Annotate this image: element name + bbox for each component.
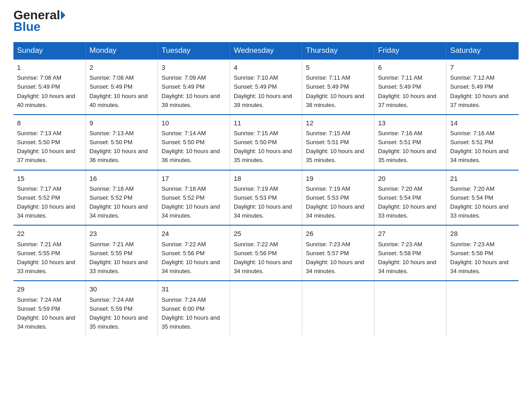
day-number: 17 [162,173,226,184]
sunrise-label: Sunrise: 7:19 AM [234,185,278,192]
daylight-label: Daylight: 10 hours and 34 minutes. [378,259,436,274]
calendar-cell: 1Sunrise: 7:08 AMSunset: 5:49 PMDaylight… [13,59,86,115]
calendar-cell: 24Sunrise: 7:22 AMSunset: 5:56 PMDayligh… [158,225,230,281]
calendar-cell [230,281,302,336]
calendar-cell: 22Sunrise: 7:21 AMSunset: 5:55 PMDayligh… [13,225,86,281]
calendar-cell: 13Sunrise: 7:16 AMSunset: 5:51 PMDayligh… [374,115,446,170]
week-row-2: 8Sunrise: 7:13 AMSunset: 5:50 PMDaylight… [13,115,519,170]
header-monday: Monday [86,42,158,59]
calendar-cell [446,281,519,336]
header-sunday: Sunday [13,42,86,59]
sunset-label: Sunset: 5:51 PM [378,139,421,146]
day-number: 11 [234,118,298,128]
sunrise-label: Sunrise: 7:23 AM [378,241,422,248]
sunset-label: Sunset: 5:49 PM [306,83,349,90]
week-row-4: 22Sunrise: 7:21 AMSunset: 5:55 PMDayligh… [13,225,519,281]
daylight-label: Daylight: 10 hours and 34 minutes. [450,148,508,163]
day-number: 27 [378,228,442,239]
sunrise-label: Sunrise: 7:24 AM [162,296,206,303]
sunset-label: Sunset: 5:59 PM [90,305,133,312]
sunset-label: Sunset: 5:58 PM [450,250,493,257]
sunset-label: Sunset: 5:56 PM [162,250,205,257]
calendar-cell: 3Sunrise: 7:09 AMSunset: 5:49 PMDaylight… [158,59,230,115]
sunrise-label: Sunrise: 7:15 AM [234,130,278,137]
sunrise-label: Sunrise: 7:15 AM [306,130,350,137]
sunset-label: Sunset: 5:54 PM [450,194,493,201]
daylight-label: Daylight: 10 hours and 33 minutes. [378,203,436,219]
calendar-cell: 5Sunrise: 7:11 AMSunset: 5:49 PMDaylight… [302,59,374,115]
day-number: 5 [306,62,370,73]
calendar-cell: 8Sunrise: 7:13 AMSunset: 5:50 PMDaylight… [13,115,86,170]
sunset-label: Sunset: 5:50 PM [90,139,133,146]
calendar-cell: 17Sunrise: 7:18 AMSunset: 5:52 PMDayligh… [158,170,230,226]
sunset-label: Sunset: 5:49 PM [162,83,205,90]
daylight-label: Daylight: 10 hours and 34 minutes. [234,203,292,219]
day-number: 2 [90,62,154,73]
sunset-label: Sunset: 5:55 PM [17,250,60,257]
calendar-cell: 26Sunrise: 7:23 AMSunset: 5:57 PMDayligh… [302,225,374,281]
day-number: 18 [234,173,298,184]
daylight-label: Daylight: 10 hours and 35 minutes. [162,314,220,330]
sunset-label: Sunset: 5:53 PM [306,194,349,201]
sunset-label: Sunset: 5:55 PM [90,250,133,257]
calendar-cell: 16Sunrise: 7:18 AMSunset: 5:52 PMDayligh… [86,170,158,226]
calendar-cell: 4Sunrise: 7:10 AMSunset: 5:49 PMDaylight… [230,59,302,115]
day-number: 14 [450,118,515,128]
sunrise-label: Sunrise: 7:22 AM [162,241,206,248]
daylight-label: Daylight: 10 hours and 34 minutes. [162,259,220,274]
daylight-label: Daylight: 10 hours and 35 minutes. [306,148,364,163]
sunrise-label: Sunrise: 7:20 AM [378,185,422,192]
day-number: 15 [17,173,82,184]
sunrise-label: Sunrise: 7:11 AM [378,74,422,81]
day-number: 19 [306,173,370,184]
day-number: 8 [17,118,82,128]
day-number: 24 [162,228,226,239]
day-number: 10 [162,118,226,128]
day-number: 28 [450,228,515,239]
sunset-label: Sunset: 5:49 PM [234,83,277,90]
daylight-label: Daylight: 10 hours and 34 minutes. [90,203,148,219]
sunrise-label: Sunrise: 7:23 AM [450,241,494,248]
sunrise-label: Sunrise: 7:24 AM [90,296,134,303]
daylight-label: Daylight: 10 hours and 33 minutes. [17,259,75,274]
sunrise-label: Sunrise: 7:20 AM [450,185,494,192]
sunrise-label: Sunrise: 7:13 AM [17,130,61,137]
sunset-label: Sunset: 5:50 PM [234,139,277,146]
daylight-label: Daylight: 10 hours and 39 minutes. [234,93,292,108]
day-number: 26 [306,228,370,239]
calendar-cell: 15Sunrise: 7:17 AMSunset: 5:52 PMDayligh… [13,170,86,226]
daylight-label: Daylight: 10 hours and 36 minutes. [90,148,148,163]
calendar-cell: 14Sunrise: 7:16 AMSunset: 5:51 PMDayligh… [446,115,519,170]
sunset-label: Sunset: 5:57 PM [306,250,349,257]
header-saturday: Saturday [446,42,519,59]
week-row-3: 15Sunrise: 7:17 AMSunset: 5:52 PMDayligh… [13,170,519,226]
sunrise-label: Sunrise: 7:23 AM [306,241,350,248]
daylight-label: Daylight: 10 hours and 33 minutes. [90,259,148,274]
header-thursday: Thursday [302,42,374,59]
day-number: 23 [90,228,154,239]
logo: General Blue [13,9,65,34]
sunset-label: Sunset: 5:52 PM [90,194,133,201]
day-number: 31 [162,284,226,294]
calendar-header-row: SundayMondayTuesdayWednesdayThursdayFrid… [13,42,519,59]
daylight-label: Daylight: 10 hours and 35 minutes. [378,148,436,163]
day-number: 22 [17,228,82,239]
calendar-cell: 12Sunrise: 7:15 AMSunset: 5:51 PMDayligh… [302,115,374,170]
sunset-label: Sunset: 5:49 PM [90,83,133,90]
sunrise-label: Sunrise: 7:16 AM [450,130,494,137]
sunset-label: Sunset: 5:51 PM [450,139,493,146]
calendar-cell: 28Sunrise: 7:23 AMSunset: 5:58 PMDayligh… [446,225,519,281]
day-number: 3 [162,62,226,73]
sunrise-label: Sunrise: 7:08 AM [17,74,61,81]
day-number: 1 [17,62,82,73]
day-number: 12 [306,118,370,128]
sunset-label: Sunset: 5:49 PM [450,83,493,90]
sunrise-label: Sunrise: 7:22 AM [234,241,278,248]
sunset-label: Sunset: 5:52 PM [162,194,205,201]
logo-blue: Blue [13,20,41,34]
sunset-label: Sunset: 5:58 PM [378,250,421,257]
calendar-cell: 30Sunrise: 7:24 AMSunset: 5:59 PMDayligh… [86,281,158,336]
daylight-label: Daylight: 10 hours and 34 minutes. [450,259,508,274]
daylight-label: Daylight: 10 hours and 34 minutes. [162,203,220,219]
daylight-label: Daylight: 10 hours and 34 minutes. [17,314,75,330]
